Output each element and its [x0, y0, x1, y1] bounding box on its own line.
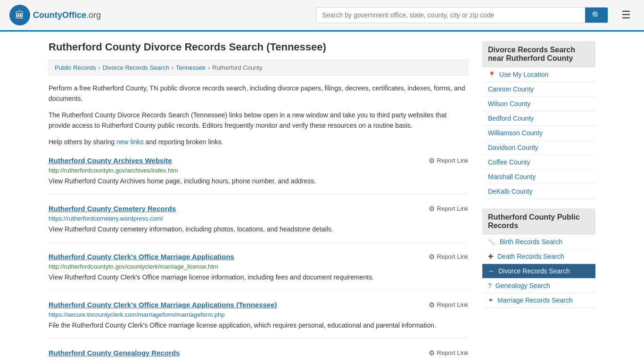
sidebar-pr-icon-2: ↔	[488, 267, 495, 275]
sidebar-county-0: Cannon County	[482, 82, 595, 97]
record-title-2[interactable]: Rutherford County Clerk's Office Marriag…	[49, 253, 234, 261]
sidebar-public-records-title: Rutherford County Public Records	[482, 208, 595, 235]
record-desc-1: View Rutherford County cemetery informat…	[49, 224, 468, 234]
description-3: Help others by sharing new links and rep…	[49, 137, 468, 147]
record-url-3[interactable]: https://secure.tncountyclerk.com/marriag…	[49, 311, 468, 318]
sidebar-county-5: Coffee County	[482, 155, 595, 170]
search-button[interactable]: 🔍	[585, 8, 608, 23]
record-title-4[interactable]: Rutherford County Genealogy Records	[49, 349, 180, 357]
sidebar-public-records-section: Rutherford County Public Records 🦴 Birth…	[482, 208, 595, 308]
report-icon-1: ⚙	[429, 205, 435, 213]
breadcrumb-divorce-records[interactable]: Divorce Records Search	[103, 64, 169, 71]
logo-icon: 🏛	[9, 5, 30, 25]
record-title-1[interactable]: Rutherford County Cemetery Records	[49, 205, 176, 213]
sidebar-pr-link-3[interactable]: Genealogy Search	[495, 282, 550, 289]
report-icon-0: ⚙	[429, 156, 435, 165]
sidebar-pr-link-4[interactable]: Marriage Records Search	[497, 296, 573, 304]
county-link-1[interactable]: Wilson County	[488, 100, 530, 107]
record-desc-0: View Rutherford County Archives home pag…	[49, 176, 468, 186]
record-title-3[interactable]: Rutherford County Clerk's Office Marriag…	[49, 301, 277, 309]
record-entry: Rutherford County Cemetery Records ⚙ Rep…	[49, 205, 468, 242]
record-url-0[interactable]: http://rutherfordcountytn.gov/archives/i…	[49, 167, 468, 174]
county-link-2[interactable]: Bedford County	[488, 115, 534, 122]
page-title: Rutherford County Divorce Records Search…	[49, 41, 468, 53]
record-entry: Rutherford County Clerk's Office Marriag…	[49, 253, 468, 290]
sidebar-nearby-section: Divorce Records Search near Rutherford C…	[482, 41, 595, 199]
menu-button[interactable]: ☰	[618, 7, 635, 23]
sidebar-pr-icon-1: ✚	[488, 253, 494, 260]
county-link-3[interactable]: Williamson County	[488, 129, 543, 137]
report-link-2[interactable]: ⚙ Report Link	[429, 253, 468, 261]
sidebar-pr-item-3[interactable]: ? Genealogy Search	[482, 279, 595, 293]
sidebar-pr-icon-4: ⚭	[488, 296, 494, 304]
sidebar-pr-link-2[interactable]: Divorce Records Search	[498, 267, 570, 275]
new-links-link[interactable]: new links	[116, 138, 144, 146]
county-link-6[interactable]: Marshall County	[488, 173, 536, 181]
record-entry: Rutherford County Genealogy Records ⚙ Re…	[49, 349, 468, 362]
logo-text: CountyOffice.org	[33, 10, 101, 20]
sidebar-county-1: Wilson County	[482, 97, 595, 111]
location-icon: 📍	[488, 71, 495, 78]
search-input[interactable]	[316, 8, 585, 23]
report-link-0[interactable]: ⚙ Report Link	[429, 156, 468, 165]
sidebar-use-my-location[interactable]: 📍 Use My Location	[482, 67, 595, 82]
sidebar-county-7: DeKalb County	[482, 184, 595, 199]
report-link-3[interactable]: ⚙ Report Link	[429, 301, 468, 309]
record-desc-3: File the Rutherford County Clerk's Offic…	[49, 321, 468, 330]
report-icon-3: ⚙	[429, 301, 435, 309]
sidebar-public-records-items: 🦴 Birth Records Search ✚ Death Records S…	[482, 235, 595, 308]
sidebar-pr-item-1[interactable]: ✚ Death Records Search	[482, 249, 595, 264]
sidebar-pr-link-1[interactable]: Death Records Search	[497, 253, 564, 260]
search-bar: 🔍	[316, 7, 608, 23]
sidebar-nearby-title: Divorce Records Search near Rutherford C…	[482, 41, 595, 67]
description-2: The Rutherford County Divorce Records Se…	[49, 110, 468, 131]
sidebar-pr-item-4[interactable]: ⚭ Marriage Records Search	[482, 293, 595, 308]
county-link-5[interactable]: Coffee County	[488, 158, 530, 166]
county-link-7[interactable]: DeKalb County	[488, 188, 532, 195]
report-link-4[interactable]: ⚙ Report Link	[429, 349, 468, 357]
record-desc-2: View Rutherford County Clerk's Office ma…	[49, 272, 468, 282]
record-entry: Rutherford County Archives Website ⚙ Rep…	[49, 156, 468, 194]
county-link-0[interactable]: Cannon County	[488, 85, 534, 93]
sidebar-county-4: Davidson County	[482, 140, 595, 155]
county-link-4[interactable]: Davidson County	[488, 144, 538, 151]
sidebar-county-6: Marshall County	[482, 170, 595, 184]
report-link-1[interactable]: ⚙ Report Link	[429, 205, 468, 213]
sidebar-county-2: Bedford County	[482, 111, 595, 126]
description-1: Perform a free Rutherford County, TN pub…	[49, 83, 468, 104]
use-my-location-link[interactable]: Use My Location	[499, 71, 548, 78]
report-icon-2: ⚙	[429, 253, 435, 261]
sidebar-pr-icon-0: 🦴	[488, 238, 496, 246]
sidebar-counties: Cannon CountyWilson CountyBedford County…	[482, 82, 595, 199]
sidebar-county-3: Williamson County	[482, 126, 595, 140]
breadcrumb-tennessee[interactable]: Tennessee	[176, 64, 206, 71]
sidebar-pr-link-0[interactable]: Birth Records Search	[500, 238, 562, 246]
record-url-1[interactable]: https://rutherfordcemetery.wordpress.com…	[49, 215, 468, 222]
record-url-2[interactable]: http://rutherfordcountytn.gov/countycler…	[49, 263, 468, 270]
sidebar-pr-item-2[interactable]: ↔ Divorce Records Search	[482, 264, 595, 279]
breadcrumb-current: Rutherford County	[212, 64, 262, 71]
record-entry: Rutherford County Clerk's Office Marriag…	[49, 301, 468, 338]
sidebar-pr-item-0[interactable]: 🦴 Birth Records Search	[482, 235, 595, 249]
sidebar-pr-icon-3: ?	[488, 282, 492, 289]
records-list: Rutherford County Archives Website ⚙ Rep…	[49, 156, 468, 362]
report-icon-4: ⚙	[429, 349, 435, 357]
logo[interactable]: 🏛 CountyOffice.org	[9, 5, 101, 25]
record-title-0[interactable]: Rutherford County Archives Website	[49, 156, 172, 165]
breadcrumb-public-records[interactable]: Public Records	[55, 64, 96, 71]
breadcrumb: Public Records › Divorce Records Search …	[49, 60, 468, 75]
